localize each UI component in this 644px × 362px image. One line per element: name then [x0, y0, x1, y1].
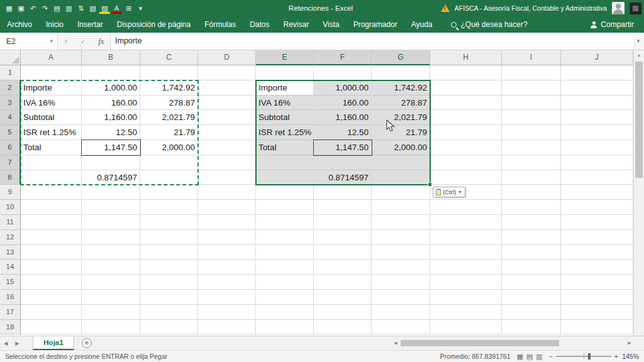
row-header-13[interactable]: 13 — [0, 245, 21, 260]
select-all-corner[interactable] — [0, 50, 21, 65]
row-header-17[interactable]: 17 — [0, 305, 21, 320]
borders-icon[interactable]: ⊞ — [123, 3, 134, 14]
expand-formula-bar-icon[interactable]: ▾ — [633, 33, 644, 50]
tab-inicio[interactable]: Inicio — [39, 16, 70, 33]
excel-app-icon[interactable]: ▦ — [4, 3, 14, 14]
row-header-4[interactable]: 4 — [0, 110, 21, 125]
quick-access-toolbar: ▦▣↶↷▤▥⇅▧▨A⊞▾ — [0, 3, 146, 14]
zoom-in-icon[interactable]: + — [614, 353, 618, 360]
share-button[interactable]: Compartir — [591, 20, 634, 29]
warning-icon — [441, 4, 450, 12]
row-header-18[interactable]: 18 — [0, 320, 21, 335]
page-layout-view-icon[interactable]: ▤ — [526, 353, 533, 361]
tab-revisar[interactable]: Revisar — [277, 16, 316, 33]
tab-programador[interactable]: Programador — [347, 16, 404, 33]
user-avatar[interactable] — [612, 2, 625, 14]
tab-formulas[interactable]: Fórmulas — [197, 16, 243, 33]
clipboard-icon — [436, 189, 441, 195]
font-color-icon[interactable]: A — [111, 3, 122, 14]
row-header-3[interactable]: 3 — [0, 96, 21, 111]
zoom-out-icon[interactable]: − — [549, 353, 553, 360]
horizontal-scrollbar[interactable]: ◀ ▶ — [392, 339, 633, 347]
window-control-box[interactable] — [630, 3, 641, 14]
undo-icon[interactable]: ↶ — [28, 3, 38, 14]
account-alert-text[interactable]: AFISCA - Asesoría Fiscal, Contable y Adm… — [455, 4, 607, 12]
row-header-14[interactable]: 14 — [0, 260, 21, 275]
column-header-J[interactable]: J — [561, 50, 633, 65]
name-box-dropdown-icon[interactable]: ▼ — [49, 38, 57, 44]
scroll-up-icon[interactable]: ▲ — [634, 50, 644, 60]
email-icon[interactable]: ▤ — [52, 3, 62, 14]
column-header-D[interactable]: D — [198, 50, 256, 65]
paste-options-button[interactable]: (Ctrl) ▼ — [433, 187, 465, 197]
tab-datos[interactable]: Datos — [243, 16, 276, 33]
column-header-C[interactable]: C — [140, 50, 198, 65]
row-header-7[interactable]: 7 — [0, 155, 21, 170]
column-header-F[interactable]: F — [314, 50, 372, 65]
row-header-5[interactable]: 5 — [0, 125, 21, 140]
tab-disposicion-de-pagina[interactable]: Disposición de página — [110, 16, 197, 33]
zoom-slider-thumb[interactable] — [588, 353, 591, 359]
tab-vista[interactable]: Vista — [316, 16, 346, 33]
column-header-A[interactable]: A — [21, 50, 82, 65]
sheet-tab-hoja1[interactable]: Hoja1 — [33, 336, 74, 350]
cancel-icon[interactable]: × — [64, 37, 68, 46]
worksheet-grid[interactable]: ABCDEFGHIJ123456789101112131415161718Imp… — [0, 50, 633, 336]
tab-ayuda[interactable]: Ayuda — [404, 16, 440, 33]
status-average: Promedio: 867.8391761 — [440, 353, 510, 360]
page-break-view-icon[interactable]: ▥ — [536, 353, 542, 361]
sheet-nav-right-icon[interactable]: ▶ — [11, 341, 23, 346]
save-icon[interactable]: ▣ — [16, 3, 26, 14]
row-header-10[interactable]: 10 — [0, 200, 21, 215]
insert-function-icon[interactable]: fx — [98, 36, 104, 47]
row-header-15[interactable]: 15 — [0, 275, 21, 290]
new-sheet-button[interactable]: + — [82, 338, 92, 348]
mouse-cursor — [386, 119, 396, 135]
row-header-1[interactable]: 1 — [0, 65, 21, 80]
redo-icon[interactable]: ↷ — [40, 3, 50, 14]
row-header-11[interactable]: 11 — [0, 215, 21, 230]
tell-me-search[interactable]: ¿Qué desea hacer? — [451, 20, 528, 29]
sort-icon[interactable]: ⇅ — [75, 3, 86, 14]
row-header-8[interactable]: 8 — [0, 170, 21, 185]
row-header-16[interactable]: 16 — [0, 290, 21, 305]
vertical-scrollbar[interactable]: ▲ — [633, 50, 644, 336]
formula-input[interactable]: Importe — [111, 33, 633, 50]
row-header-9[interactable]: 9 — [0, 185, 21, 200]
sheet-nav-left-icon[interactable]: ◀ — [0, 341, 11, 346]
normal-view-icon[interactable]: ▦ — [517, 353, 523, 361]
row-header-12[interactable]: 12 — [0, 230, 21, 245]
enter-icon[interactable]: ✓ — [80, 37, 86, 46]
vertical-scroll-thumb[interactable] — [635, 62, 643, 178]
qat-customize-icon[interactable]: ▾ — [135, 3, 146, 14]
person-icon — [591, 21, 597, 28]
column-header-I[interactable]: I — [502, 50, 561, 65]
print-icon[interactable]: ▥ — [64, 3, 74, 14]
gridline-vertical — [560, 65, 561, 334]
share-label: Compartir — [601, 20, 634, 29]
column-header-B[interactable]: B — [82, 50, 140, 65]
row-header-6[interactable]: 6 — [0, 140, 21, 155]
zoom-slider[interactable] — [556, 356, 611, 357]
titlebar-right: AFISCA - Asesoría Fiscal, Contable y Adm… — [441, 0, 641, 16]
name-box[interactable]: E2 ▼ — [0, 33, 58, 50]
horizontal-scroll-thumb[interactable] — [401, 340, 559, 346]
fill-color-icon[interactable]: ▨ — [99, 3, 110, 14]
zoom-percentage[interactable]: 145% — [621, 353, 639, 360]
fill-handle[interactable] — [428, 182, 432, 187]
formula-buttons: × ✓ fx — [58, 33, 111, 50]
cell-border-box-B6 — [81, 140, 141, 156]
title-bar: ▦▣↶↷▤▥⇅▧▨A⊞▾ Retenciones - Excel AFISCA … — [0, 0, 644, 16]
formula-bar: E2 ▼ × ✓ fx Importe ▾ — [0, 33, 644, 50]
name-box-value: E2 — [6, 37, 16, 46]
scroll-right-icon[interactable]: ▶ — [626, 341, 633, 346]
scroll-left-icon[interactable]: ◀ — [392, 341, 399, 346]
view-shortcuts: ▦ ▤ ▥ — [517, 353, 543, 361]
tab-archivo[interactable]: Archivo — [0, 16, 39, 33]
column-header-E[interactable]: E — [256, 50, 314, 65]
paste-icon[interactable]: ▧ — [87, 3, 98, 14]
tab-insertar[interactable]: Insertar — [70, 16, 110, 33]
row-header-2[interactable]: 2 — [0, 80, 21, 96]
column-header-G[interactable]: G — [372, 50, 430, 65]
column-header-H[interactable]: H — [430, 50, 502, 65]
